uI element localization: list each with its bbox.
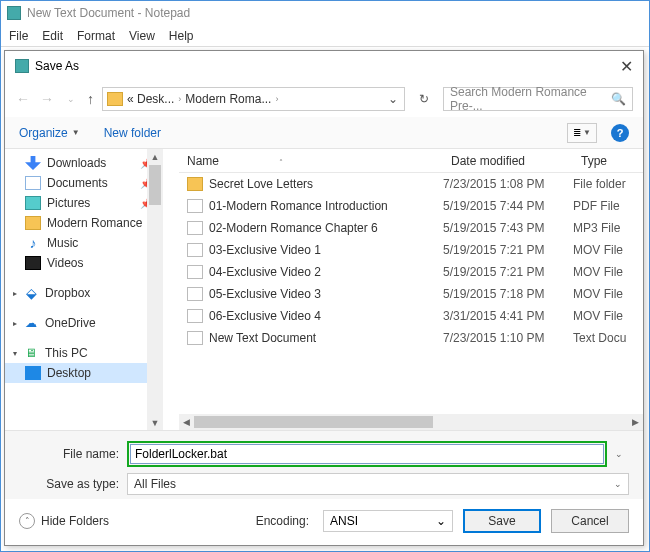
scroll-thumb[interactable] bbox=[149, 165, 161, 205]
recent-dropdown[interactable]: ⌄ bbox=[63, 94, 79, 104]
document-icon bbox=[25, 176, 41, 190]
menu-file[interactable]: File bbox=[9, 29, 28, 43]
file-name-label: File name: bbox=[19, 447, 119, 461]
file-name: 02-Modern Romance Chapter 6 bbox=[209, 221, 378, 235]
sidebar: Downloads📌 Documents📌 Pictures📌 Modern R… bbox=[5, 149, 163, 430]
sidebar-item-modern-romance[interactable]: Modern Romance bbox=[5, 213, 162, 233]
chevron-right-icon: ▸ bbox=[13, 319, 17, 328]
sidebar-item-videos[interactable]: Videos bbox=[5, 253, 162, 273]
file-row[interactable]: Secret Love Letters7/23/2015 1:08 PMFile… bbox=[179, 173, 643, 195]
forward-button: → bbox=[39, 91, 55, 107]
hide-folders-button[interactable]: ˄ Hide Folders bbox=[19, 513, 109, 529]
scroll-thumb[interactable] bbox=[194, 416, 433, 428]
chevron-right-icon: ▸ bbox=[13, 289, 17, 298]
chevron-down-icon: ⌄ bbox=[614, 479, 622, 489]
encoding-combo[interactable]: ANSI ⌄ bbox=[323, 510, 453, 532]
sidebar-item-dropbox[interactable]: ▸⬙Dropbox bbox=[5, 283, 162, 303]
file-row[interactable]: 02-Modern Romance Chapter 65/19/2015 7:4… bbox=[179, 217, 643, 239]
chevron-icon: › bbox=[275, 94, 278, 104]
dialog-body: Downloads📌 Documents📌 Pictures📌 Modern R… bbox=[5, 149, 643, 430]
file-type: MP3 File bbox=[573, 221, 643, 235]
dialog-icon bbox=[15, 59, 29, 73]
dropbox-icon: ⬙ bbox=[23, 286, 39, 300]
horizontal-scrollbar[interactable]: ◀ ▶ bbox=[179, 414, 643, 430]
file-list-header: Name˄ Date modified Type bbox=[179, 149, 643, 173]
file-date: 5/19/2015 7:21 PM bbox=[443, 265, 573, 279]
file-name: 03-Exclusive Video 1 bbox=[209, 243, 321, 257]
scroll-up-icon[interactable]: ▲ bbox=[149, 150, 162, 164]
dialog-actions: ˄ Hide Folders Encoding: ANSI ⌄ Save Can… bbox=[5, 499, 643, 545]
menu-help[interactable]: Help bbox=[169, 29, 194, 43]
notepad-title: New Text Document - Notepad bbox=[27, 6, 190, 20]
save-button[interactable]: Save bbox=[463, 509, 541, 533]
organize-button[interactable]: Organize▼ bbox=[19, 126, 80, 140]
file-name-input[interactable] bbox=[130, 444, 604, 464]
file-type: MOV File bbox=[573, 265, 643, 279]
column-date[interactable]: Date modified bbox=[443, 154, 573, 168]
scroll-left-icon[interactable]: ◀ bbox=[179, 417, 194, 427]
up-button[interactable]: ↑ bbox=[87, 91, 94, 107]
breadcrumb[interactable]: « Desk... › Modern Roma... › ⌄ bbox=[102, 87, 405, 111]
file-type: MOV File bbox=[573, 287, 643, 301]
file-name: New Text Document bbox=[209, 331, 316, 345]
chevron-down-icon: ⌄ bbox=[436, 514, 446, 528]
search-icon: 🔍 bbox=[611, 92, 626, 106]
file-icon bbox=[187, 331, 203, 345]
sidebar-item-documents[interactable]: Documents📌 bbox=[5, 173, 162, 193]
file-row[interactable]: New Text Document7/23/2015 1:10 PMText D… bbox=[179, 327, 643, 349]
cancel-button[interactable]: Cancel bbox=[551, 509, 629, 533]
column-name[interactable]: Name˄ bbox=[179, 154, 443, 168]
refresh-button[interactable]: ↻ bbox=[413, 88, 435, 110]
sidebar-item-pictures[interactable]: Pictures📌 bbox=[5, 193, 162, 213]
close-icon[interactable]: ✕ bbox=[620, 57, 633, 76]
breadcrumb-dropdown[interactable]: ⌄ bbox=[386, 92, 400, 106]
file-type: MOV File bbox=[573, 243, 643, 257]
notepad-icon bbox=[7, 6, 21, 20]
dialog-titlebar: Save As ✕ bbox=[5, 51, 643, 81]
sidebar-item-music[interactable]: ♪Music bbox=[5, 233, 162, 253]
help-button[interactable]: ? bbox=[611, 124, 629, 142]
file-type: MOV File bbox=[573, 309, 643, 323]
file-date: 7/23/2015 1:08 PM bbox=[443, 177, 573, 191]
file-icon bbox=[187, 199, 203, 213]
save-type-label: Save as type: bbox=[19, 477, 119, 491]
folder-icon bbox=[187, 177, 203, 191]
breadcrumb-seg1[interactable]: « Desk... bbox=[127, 92, 174, 106]
dialog-nav: ← → ⌄ ↑ « Desk... › Modern Roma... › ⌄ ↻… bbox=[5, 81, 643, 117]
sidebar-item-desktop[interactable]: Desktop bbox=[5, 363, 162, 383]
filename-dropdown[interactable]: ⌄ bbox=[615, 449, 629, 459]
chevron-icon: › bbox=[178, 94, 181, 104]
sidebar-scrollbar[interactable]: ▲ ▼ bbox=[147, 149, 163, 430]
menu-format[interactable]: Format bbox=[77, 29, 115, 43]
column-type[interactable]: Type bbox=[573, 154, 643, 168]
desktop-icon bbox=[25, 366, 41, 380]
scroll-down-icon[interactable]: ▼ bbox=[149, 416, 162, 430]
notepad-menubar: File Edit Format View Help bbox=[1, 25, 649, 47]
sidebar-item-downloads[interactable]: Downloads📌 bbox=[5, 153, 162, 173]
scroll-right-icon[interactable]: ▶ bbox=[628, 417, 643, 427]
file-rows: Secret Love Letters7/23/2015 1:08 PMFile… bbox=[179, 173, 643, 414]
file-date: 5/19/2015 7:18 PM bbox=[443, 287, 573, 301]
dialog-bottom: File name: ⌄ Save as type: All Files ⌄ bbox=[5, 430, 643, 499]
sidebar-item-onedrive[interactable]: ▸☁OneDrive bbox=[5, 313, 162, 333]
collapse-icon: ˄ bbox=[19, 513, 35, 529]
file-row[interactable]: 04-Exclusive Video 25/19/2015 7:21 PMMOV… bbox=[179, 261, 643, 283]
chevron-down-icon: ▾ bbox=[13, 349, 17, 358]
search-input[interactable]: Search Modern Romance Pre-... 🔍 bbox=[443, 87, 633, 111]
file-icon bbox=[187, 243, 203, 257]
menu-view[interactable]: View bbox=[129, 29, 155, 43]
file-row[interactable]: 06-Exclusive Video 43/31/2015 4:41 PMMOV… bbox=[179, 305, 643, 327]
file-row[interactable]: 05-Exclusive Video 35/19/2015 7:18 PMMOV… bbox=[179, 283, 643, 305]
back-button[interactable]: ← bbox=[15, 91, 31, 107]
file-type: Text Docu bbox=[573, 331, 643, 345]
file-name-highlight bbox=[127, 441, 607, 467]
breadcrumb-seg2[interactable]: Modern Roma... bbox=[185, 92, 271, 106]
view-button[interactable]: ≣▼ bbox=[567, 123, 597, 143]
sidebar-item-this-pc[interactable]: ▾🖥This PC bbox=[5, 343, 162, 363]
new-folder-button[interactable]: New folder bbox=[104, 126, 161, 140]
file-row[interactable]: 03-Exclusive Video 15/19/2015 7:21 PMMOV… bbox=[179, 239, 643, 261]
save-type-combo[interactable]: All Files ⌄ bbox=[127, 473, 629, 495]
file-row[interactable]: 01-Modern Romance Introduction5/19/2015 … bbox=[179, 195, 643, 217]
pictures-icon bbox=[25, 196, 41, 210]
menu-edit[interactable]: Edit bbox=[42, 29, 63, 43]
